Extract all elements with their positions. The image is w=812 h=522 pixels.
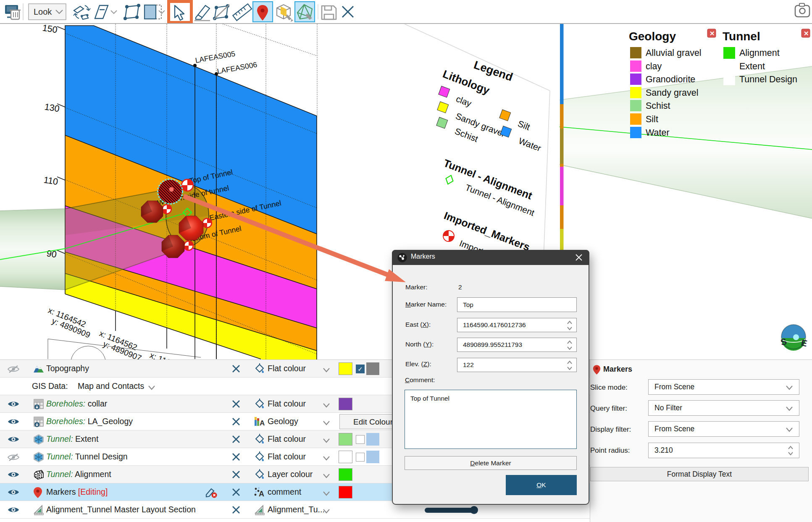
svg-text:Sandy gravel: Sandy gravel <box>646 88 699 98</box>
svg-text:Extent: Extent <box>739 61 765 71</box>
svg-text:Granodiorite: Granodiorite <box>646 74 695 84</box>
svg-text:Alignment: Alignment <box>739 48 780 58</box>
svg-text:Tunnel Design: Tunnel Design <box>739 74 797 84</box>
svg-text:A: A <box>259 490 264 498</box>
svg-text:✕: ✕ <box>804 30 809 37</box>
svg-text:A: A <box>260 419 265 427</box>
svg-text:clay: clay <box>646 61 662 71</box>
svg-text:Silt: Silt <box>646 114 658 124</box>
svg-text:Alluvial gravel: Alluvial gravel <box>646 48 702 58</box>
svg-text:✕: ✕ <box>710 30 715 37</box>
svg-text:Water: Water <box>646 128 670 138</box>
svg-text:Tunnel: Tunnel <box>723 30 760 43</box>
svg-text:Geology: Geology <box>629 30 676 43</box>
svg-text:Look: Look <box>34 7 52 16</box>
svg-text:Schist: Schist <box>646 101 670 111</box>
